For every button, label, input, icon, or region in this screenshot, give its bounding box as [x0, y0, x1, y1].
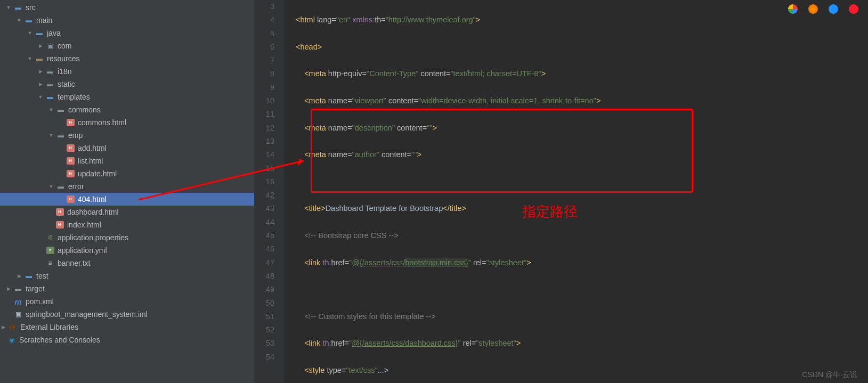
- html-file-icon: H: [66, 157, 75, 165]
- tree-external-libraries[interactable]: ▶⊪External Libraries: [0, 321, 254, 333]
- watermark: CSDN @牛·云说: [802, 370, 857, 380]
- tree-folder-main[interactable]: ▼▬main: [0, 14, 254, 27]
- folder-icon: ▬: [14, 3, 22, 12]
- package-icon: ▣: [46, 42, 54, 50]
- chevron-right-icon: ▶: [5, 286, 12, 291]
- safari-icon[interactable]: [829, 4, 838, 14]
- folder-icon: ▬: [46, 93, 54, 101]
- tree-folder-java[interactable]: ▼▬java: [0, 27, 254, 39]
- tree-file-dashboard-html[interactable]: Hdashboard.html: [0, 206, 254, 218]
- folder-icon: ▬: [25, 16, 33, 25]
- folder-icon: ▬: [56, 182, 65, 191]
- tree-folder-templates[interactable]: ▼▬templates: [0, 91, 254, 103]
- folder-icon: ▬: [35, 29, 44, 37]
- tree-folder-emp[interactable]: ▼▬emp: [0, 129, 254, 142]
- tree-folder-commons[interactable]: ▼▬commons: [0, 103, 254, 116]
- html-file-icon: H: [55, 208, 64, 216]
- firefox-icon[interactable]: [808, 4, 818, 14]
- tree-folder-src[interactable]: ▼▬src: [0, 1, 254, 14]
- opera-icon[interactable]: [849, 4, 858, 14]
- folder-icon: ▬: [56, 105, 65, 114]
- folder-icon: ▬: [56, 131, 65, 140]
- html-file-icon: H: [66, 195, 75, 203]
- browser-icons: [788, 4, 858, 14]
- tree-file-list-html[interactable]: Hlist.html: [0, 154, 254, 167]
- tree-file-index-html[interactable]: Hindex.html: [0, 218, 254, 231]
- tree-scratches[interactable]: ◉Scratches and Consoles: [0, 333, 254, 346]
- folder-icon: ▬: [46, 67, 54, 76]
- chevron-down-icon: ▼: [16, 18, 22, 23]
- tree-file-pom[interactable]: mpom.xml: [0, 295, 254, 308]
- chevron-down-icon: ▼: [37, 94, 44, 100]
- tree-folder-i18n[interactable]: ▶▬i18n: [0, 65, 254, 78]
- chevron-right-icon: ▶: [37, 43, 44, 48]
- iml-file-icon: ▣: [14, 310, 22, 319]
- libraries-icon: ⊪: [9, 323, 17, 331]
- tree-folder-resources[interactable]: ▼▬resources: [0, 52, 254, 65]
- html-file-icon: H: [66, 144, 75, 152]
- tree-file-update-html[interactable]: Hupdate.html: [0, 167, 254, 180]
- chevron-down-icon: ▼: [27, 56, 33, 61]
- text-file-icon: ≡: [46, 259, 54, 267]
- tree-folder-error[interactable]: ▼▬error: [0, 180, 254, 193]
- html-file-icon: H: [66, 118, 75, 127]
- tree-file-app-properties[interactable]: ⚙application.properties: [0, 231, 254, 244]
- code-content[interactable]: <html lang="en" xmlns:th="http://www.thy…: [284, 0, 868, 383]
- tree-file-app-yml[interactable]: Yapplication.yml: [0, 244, 254, 257]
- properties-file-icon: ⚙: [46, 233, 54, 242]
- maven-file-icon: m: [14, 297, 22, 306]
- chrome-icon[interactable]: [788, 4, 798, 14]
- chevron-right-icon: ▶: [37, 82, 44, 87]
- chevron-right-icon: ▶: [16, 273, 22, 279]
- tree-file-banner-txt[interactable]: ≡banner.txt: [0, 257, 254, 270]
- scratches-icon: ◉: [7, 336, 16, 344]
- tree-folder-test[interactable]: ▶▬test: [0, 270, 254, 282]
- resources-icon: ▬: [35, 54, 44, 63]
- tree-folder-static[interactable]: ▶▬static: [0, 78, 254, 91]
- folder-icon: ▬: [14, 284, 22, 293]
- code-editor[interactable]: 3456789101112131415164243444546474849505…: [254, 0, 868, 383]
- project-tree[interactable]: ▼▬src ▼▬main ▼▬java ▶▣com ▼▬resources ▶▬…: [0, 0, 254, 383]
- folder-icon: ▬: [25, 272, 33, 280]
- yml-file-icon: Y: [46, 246, 54, 255]
- chevron-down-icon: ▼: [48, 107, 54, 112]
- html-file-icon: H: [66, 169, 75, 178]
- tree-folder-com[interactable]: ▶▣com: [0, 39, 254, 52]
- tree-file-iml[interactable]: ▣springboot_management_system.iml: [0, 308, 254, 321]
- chevron-down-icon: ▼: [48, 133, 54, 138]
- html-file-icon: H: [55, 221, 64, 229]
- chevron-right-icon: ▶: [0, 324, 6, 330]
- tree-file-404-html[interactable]: H404.html: [0, 193, 254, 206]
- folder-icon: ▬: [46, 80, 54, 88]
- tree-file-commons-html[interactable]: Hcommons.html: [0, 116, 254, 129]
- chevron-down-icon: ▼: [5, 5, 12, 10]
- line-gutter: 3456789101112131415164243444546474849505…: [254, 0, 284, 383]
- chevron-right-icon: ▶: [37, 69, 44, 74]
- chevron-down-icon: ▼: [48, 184, 54, 189]
- tree-folder-target[interactable]: ▶▬target: [0, 282, 254, 295]
- chevron-down-icon: ▼: [27, 30, 33, 36]
- tree-file-add-html[interactable]: Hadd.html: [0, 142, 254, 154]
